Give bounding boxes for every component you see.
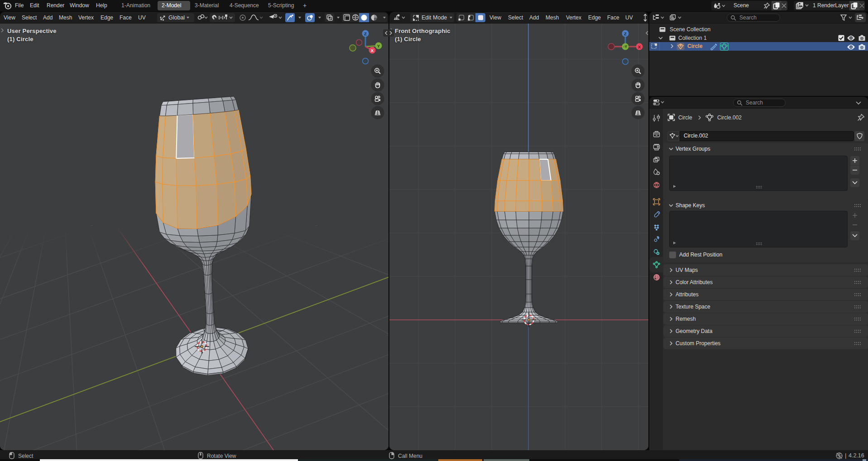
svg-text:X: X bbox=[638, 44, 641, 49]
svg-text:Z: Z bbox=[364, 31, 367, 36]
svg-text:Z: Z bbox=[624, 31, 627, 36]
svg-text:Y: Y bbox=[377, 43, 380, 48]
svg-text:X: X bbox=[371, 48, 374, 53]
svg-text:-Y: -Y bbox=[623, 44, 628, 49]
